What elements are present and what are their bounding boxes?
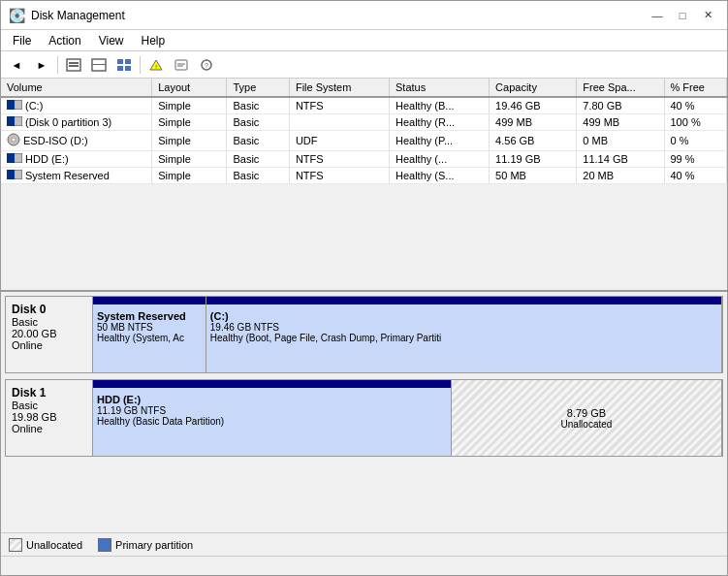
cell-pct_free: 0 % [664,131,727,151]
disk-type: Basic [12,400,86,411]
svg-rect-6 [125,59,131,64]
partition[interactable]: (C:) 19.46 GB NTFS Healthy (Boot, Page F… [206,297,722,372]
cell-type: Basic [227,151,289,168]
toolbar-icon6: ? [199,58,214,72]
disk-size: 20.00 GB [12,328,86,339]
svg-rect-4 [92,64,106,65]
volume-name: ESD-ISO (D:) [23,135,88,146]
partition-header [93,380,451,388]
table-row[interactable]: ESD-ISO (D:)SimpleBasicUDFHealthy (P...4… [1,131,727,151]
cell-free_space: 7.80 GB [577,97,664,114]
svg-text:?: ? [205,62,208,69]
toolbar-sep1 [57,56,58,74]
partition-content: HDD (E:) 11.19 GB NTFS Healthy (Basic Da… [97,394,447,427]
table-row[interactable]: (C:)SimpleBasicNTFSHealthy (B...19.46 GB… [1,97,727,114]
legend-bar: Unallocated Primary partition [1,532,727,556]
menu-file[interactable]: File [5,32,39,49]
maximize-button[interactable]: □ [671,6,694,25]
minimize-button[interactable]: — [646,6,669,25]
cell-capacity: 499 MB [490,114,577,131]
partition-content: System Reserved 50 MB NTFS Healthy (Syst… [97,310,202,343]
col-type[interactable]: Type [227,79,289,97]
legend-primary: Primary partition [98,538,193,552]
disk-icon [7,100,22,110]
menu-view[interactable]: View [91,32,132,49]
cell-type: Basic [227,97,289,114]
partition-name: System Reserved [97,310,202,322]
status-bar [1,556,727,575]
toolbar-btn3[interactable] [112,54,136,76]
disk-row: Disk 0 Basic 20.00 GB Online System Rese… [5,296,723,373]
disk-rows-container: Disk 0 Basic 20.00 GB Online System Rese… [5,296,723,457]
partition-header [93,297,206,304]
cell-pct_free: 40 % [664,97,727,114]
cell-filesystem [289,114,389,131]
cell-filesystem: UDF [289,131,389,151]
partition[interactable]: System Reserved 50 MB NTFS Healthy (Syst… [93,297,206,372]
col-layout[interactable]: Layout [152,79,227,97]
content-area: Volume Layout Type File System Status Ca… [1,79,727,556]
disk-row: Disk 1 Basic 19.98 GB Online HDD (E:) 11… [5,379,723,457]
volume-name: (Disk 0 partition 3) [25,116,111,128]
cell-pct_free: 100 % [664,114,727,131]
toolbar-sep2 [140,56,141,74]
col-filesystem[interactable]: File System [289,79,389,97]
toolbar-icon2 [91,58,107,72]
cell-type: Basic [227,168,289,184]
disk-icon [7,170,22,179]
partition-content: (C:) 19.46 GB NTFS Healthy (Boot, Page F… [210,310,717,343]
svg-rect-20 [7,153,15,163]
toolbar-btn6[interactable]: ? [195,54,218,76]
col-pctfree[interactable]: % Free [664,79,727,97]
toolbar-btn1[interactable] [62,54,85,76]
toolbar-icon4: ! [148,58,164,72]
disk-name: Disk 1 [12,386,86,400]
partition-status: Healthy (Boot, Page File, Crash Dump, Pr… [210,333,717,343]
volume-icon [7,133,20,148]
partition[interactable]: HDD (E:) 11.19 GB NTFS Healthy (Basic Da… [93,380,452,456]
toolbar-btn2[interactable] [87,54,111,76]
cell-status: Healthy (S... [390,168,490,184]
col-capacity[interactable]: Capacity [490,79,577,97]
partition[interactable]: 8.79 GB Unallocated [452,380,722,456]
title-bar: 💽 Disk Management — □ ✕ [1,1,727,30]
col-freespace[interactable]: Free Spa... [577,79,664,97]
cell-capacity: 11.19 GB [490,151,577,168]
cell-capacity: 50 MB [490,168,577,184]
cell-volume: (Disk 0 partition 3) [1,114,152,131]
main-window: 💽 Disk Management — □ ✕ File Action View… [0,0,728,576]
disk-status: Online [12,423,86,434]
table-row[interactable]: HDD (E:)SimpleBasicNTFSHealthy (...11.19… [1,151,727,168]
disk-name: Disk 0 [12,303,86,316]
toolbar: ◄ ► ! ? [1,51,727,79]
cell-type: Basic [227,131,289,151]
col-status[interactable]: Status [390,79,490,97]
partition-header [206,297,721,304]
toolbar-back[interactable]: ◄ [5,54,28,76]
svg-rect-8 [125,66,131,71]
svg-rect-1 [69,62,79,64]
partition-name: (C:) [210,310,717,322]
svg-rect-7 [117,66,123,71]
disk-icon [7,153,22,163]
menu-bar: File Action View Help [1,30,727,51]
menu-help[interactable]: Help [134,32,174,49]
cell-layout: Simple [152,131,227,151]
toolbar-btn5[interactable] [170,54,193,76]
table-row[interactable]: System ReservedSimpleBasicNTFSHealthy (S… [1,168,727,184]
volume-icon [7,116,22,128]
svg-rect-22 [7,170,15,179]
cell-filesystem: NTFS [289,151,389,168]
col-volume[interactable]: Volume [1,79,152,97]
table-row[interactable]: (Disk 0 partition 3)SimpleBasicHealthy (… [1,114,727,131]
svg-point-18 [12,138,16,142]
toolbar-forward[interactable]: ► [30,54,53,76]
disk-partitions: System Reserved 50 MB NTFS Healthy (Syst… [93,297,722,372]
svg-rect-16 [7,116,15,126]
close-button[interactable]: ✕ [696,6,719,25]
toolbar-btn4[interactable]: ! [144,54,168,76]
menu-action[interactable]: Action [41,32,88,49]
volume-name: System Reserved [25,170,110,181]
cell-volume: ESD-ISO (D:) [1,131,152,151]
disk-type: Basic [12,316,86,328]
